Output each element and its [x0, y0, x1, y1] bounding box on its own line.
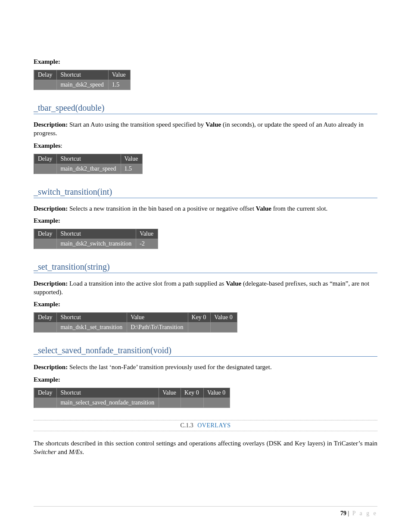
cell-key0: [188, 323, 211, 333]
desc-text: Selects the last ‘non-Fade’ transition p…: [68, 364, 272, 370]
desc-text: Selects a new transition in the bin base…: [68, 205, 256, 212]
page-number: 79: [340, 510, 346, 516]
example-label: Example:: [34, 58, 377, 65]
desc-text2: from the current slot.: [271, 205, 327, 212]
cell-value: 1.5: [121, 164, 143, 174]
col-shortcut: Shortcut: [57, 229, 136, 239]
cell-shortcut: main_dsk2_switch_transition: [57, 239, 136, 249]
table-row: main_dsk2_switch_transition -2: [34, 239, 158, 249]
col-shortcut: Shortcut: [57, 70, 108, 80]
col-value: Value: [136, 229, 158, 239]
desc-text: Load a transition into the active slot f…: [68, 280, 226, 287]
desc-label: Description:: [34, 280, 68, 287]
table-header-row: Delay Shortcut Value: [34, 154, 143, 164]
cell-delay: [34, 398, 57, 408]
cell-value0: [211, 323, 237, 333]
section-number: C.1.3: [180, 422, 193, 429]
table-row: main_dsk2_speed 1.5: [34, 80, 130, 90]
heading-switch-transition: _switch_transition(int): [34, 187, 377, 198]
page-label: P a g e: [352, 510, 377, 516]
heading-select-saved-nonfade: _select_saved_nonfade_transition(void): [34, 345, 377, 357]
table-header-row: Delay Shortcut Value Key 0 Value 0: [34, 313, 237, 323]
table-row: main_select_saved_nonfade_transition: [34, 398, 230, 408]
table-tbar-speed: Delay Shortcut Value main_dsk2_tbar_spee…: [34, 154, 143, 174]
cell-shortcut: main_select_saved_nonfade_transition: [57, 398, 159, 408]
table-switch-transition: Delay Shortcut Value main_dsk2_switch_tr…: [34, 229, 158, 249]
overlays-paragraph: The shortcuts described in this section …: [34, 439, 377, 457]
table-header-row: Delay Shortcut Value: [34, 70, 130, 80]
example-label: Example:: [34, 301, 377, 308]
col-shortcut: Shortcut: [57, 154, 121, 164]
col-key0: Key 0: [181, 388, 204, 398]
overlays-text1: The shortcuts described in this section …: [34, 440, 377, 447]
description-select: Description: Selects the last ‘non-Fade’…: [34, 363, 377, 371]
example-label: Example:: [34, 217, 377, 224]
cell-value: 1.5: [108, 80, 130, 90]
examples-label: Examples:: [34, 142, 377, 149]
desc-label: Description:: [34, 364, 68, 370]
section-separator: C.1.3 OVERLAYS: [34, 420, 377, 431]
table-select-saved-nonfade: Delay Shortcut Value Key 0 Value 0 main_…: [34, 388, 230, 408]
desc-value-word: Value: [226, 280, 241, 287]
table-row: main_dsk1_set_transition D:\Path\To\Tran…: [34, 323, 237, 333]
col-shortcut: Shortcut: [57, 388, 159, 398]
overlays-text3: .: [82, 448, 84, 455]
cell-delay: [34, 80, 57, 90]
table-speed: Delay Shortcut Value main_dsk2_speed 1.5: [34, 70, 131, 90]
cell-delay: [34, 239, 57, 249]
cell-value: D:\Path\To\Transition: [127, 323, 188, 333]
col-delay: Delay: [34, 313, 57, 323]
heading-set-transition: _set_transition(string): [34, 262, 377, 273]
desc-label: Description:: [34, 121, 68, 128]
col-delay: Delay: [34, 154, 57, 164]
cell-value0: [203, 398, 230, 408]
col-shortcut: Shortcut: [57, 313, 127, 323]
description-set: Description: Load a transition into the …: [34, 279, 377, 297]
examples-colon: :: [61, 142, 62, 149]
table-row: main_dsk2_tbar_speed 1.5: [34, 164, 143, 174]
page-container: Example: Delay Shortcut Value main_dsk2_…: [0, 0, 411, 532]
table-set-transition: Delay Shortcut Value Key 0 Value 0 main_…: [34, 312, 237, 333]
col-value: Value: [159, 388, 181, 398]
overlays-italic2: M/Es: [69, 448, 83, 455]
overlays-text2: and: [56, 448, 69, 455]
desc-label: Description:: [34, 205, 68, 212]
cell-shortcut: main_dsk1_set_transition: [57, 323, 127, 333]
cell-delay: [34, 323, 57, 333]
section-title: OVERLAYS: [197, 422, 230, 429]
col-delay: Delay: [34, 229, 57, 239]
overlays-italic1: Switcher: [34, 448, 56, 455]
col-value0: Value 0: [211, 313, 237, 323]
col-value: Value: [108, 70, 130, 80]
cell-key0: [181, 398, 204, 408]
cell-value: [159, 398, 181, 408]
footer-sep: |: [346, 510, 351, 516]
cell-delay: [34, 164, 57, 174]
examples-word: Examples: [34, 142, 61, 149]
description-tbar: Description: Start an Auto using the tra…: [34, 120, 377, 138]
page-footer: 79 | P a g e: [34, 506, 377, 517]
cell-shortcut: main_dsk2_speed: [57, 80, 108, 90]
desc-text: Start an Auto using the transition speed…: [68, 121, 206, 128]
example-label: Example:: [34, 376, 377, 383]
cell-shortcut: main_dsk2_tbar_speed: [57, 164, 121, 174]
col-value: Value: [127, 313, 188, 323]
heading-tbar-speed: _tbar_speed(double): [34, 103, 377, 114]
col-key0: Key 0: [188, 313, 211, 323]
cell-value: -2: [136, 239, 158, 249]
col-delay: Delay: [34, 70, 57, 80]
desc-value-word: Value: [206, 121, 221, 128]
col-delay: Delay: [34, 388, 57, 398]
col-value: Value: [121, 154, 143, 164]
col-value0: Value 0: [203, 388, 230, 398]
table-header-row: Delay Shortcut Value Key 0 Value 0: [34, 388, 230, 398]
description-switch: Description: Selects a new transition in…: [34, 204, 377, 213]
table-header-row: Delay Shortcut Value: [34, 229, 158, 239]
desc-value-word: Value: [256, 205, 271, 212]
